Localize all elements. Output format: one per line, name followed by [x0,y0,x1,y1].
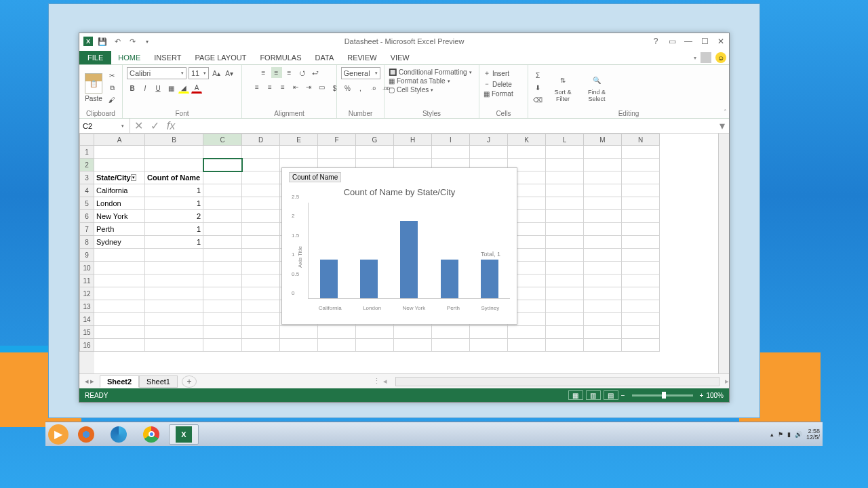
cell[interactable] [203,146,242,159]
delete-cells-button[interactable]: －Delete [484,79,512,89]
cell[interactable] [394,326,432,339]
cell[interactable]: 1 [145,184,203,197]
cell[interactable] [546,171,584,184]
cell[interactable] [203,171,242,184]
cell[interactable] [622,249,660,262]
underline-button[interactable]: U [153,83,163,94]
row-header[interactable]: 1 [79,146,94,159]
close-button[interactable]: ✕ [713,33,729,49]
cell[interactable] [546,146,584,159]
cell[interactable] [584,184,622,197]
insert-cells-button[interactable]: ＋Insert [484,68,509,78]
cell[interactable] [94,300,145,313]
column-header[interactable]: H [394,134,432,146]
bold-button[interactable]: B [127,83,138,94]
cell[interactable] [242,210,280,223]
enter-formula-icon[interactable]: ✓ [146,119,163,132]
copy-icon[interactable]: ⧉ [106,83,117,94]
normal-view-button[interactable]: ▦ [568,390,583,400]
cell[interactable] [622,184,660,197]
row-header[interactable]: 14 [79,313,94,326]
cell[interactable]: State/City ▾ [94,171,145,184]
align-top-icon[interactable]: ≡ [258,67,269,78]
name-box-dropdown-icon[interactable]: ▾ [119,123,127,129]
cell[interactable] [203,262,242,274]
cut-icon[interactable]: ✂ [106,70,117,81]
row-header[interactable]: 16 [79,339,94,352]
cell[interactable] [584,326,622,339]
column-header[interactable]: A [94,134,145,146]
cell[interactable] [242,326,280,339]
save-icon[interactable]: 💾 [97,36,108,47]
decrease-indent-icon[interactable]: ⇤ [290,81,301,92]
row-header[interactable]: 5 [79,197,94,210]
cell[interactable] [584,274,622,287]
cell[interactable] [546,287,584,300]
align-bottom-icon[interactable]: ≡ [284,67,295,78]
cell[interactable] [584,339,622,352]
cell[interactable]: New York [94,210,145,223]
cell[interactable] [546,339,584,352]
cell[interactable] [242,146,280,159]
select-all-corner[interactable] [79,134,94,146]
number-format-select[interactable]: General▾ [341,67,380,79]
cell[interactable] [356,339,394,352]
row-header[interactable]: 10 [79,262,94,274]
row-header[interactable]: 3 [79,171,94,184]
cell-styles-button[interactable]: ▢Cell Styles▾ [389,86,433,94]
cell[interactable] [470,326,508,339]
cell[interactable] [203,223,242,236]
cell[interactable] [94,159,145,171]
cell[interactable]: Count of Name [145,171,203,184]
qat-customize-icon[interactable]: ▾ [142,36,153,47]
cell[interactable] [546,223,584,236]
row-header[interactable]: 4 [79,184,94,197]
cell[interactable] [546,300,584,313]
cell[interactable] [584,171,622,184]
cell[interactable] [242,274,280,287]
row-header[interactable]: 11 [79,274,94,287]
font-size-select[interactable]: 11▾ [189,67,209,79]
cell[interactable] [242,339,280,352]
cell[interactable] [318,326,356,339]
sheet-tab-sheet2[interactable]: Sheet2 [100,375,139,388]
column-header[interactable]: B [145,134,203,146]
cell[interactable] [94,287,145,300]
chart-bar[interactable] [360,260,378,298]
tray-network-icon[interactable]: ▮ [787,431,791,438]
name-box[interactable]: ▾ [79,119,130,133]
zoom-slider[interactable] [632,394,693,396]
align-center-icon[interactable]: ≡ [264,81,275,92]
format-as-table-button[interactable]: ▦Format as Table▾ [389,77,450,85]
cell[interactable] [145,326,203,339]
cell[interactable] [508,339,546,352]
cell[interactable]: Sydney [94,236,145,249]
fill-color-button[interactable]: ◢ [178,83,189,94]
cancel-formula-icon[interactable]: ✕ [130,119,146,132]
cell[interactable] [318,339,356,352]
border-button[interactable]: ▦ [165,83,176,94]
cell[interactable] [432,326,470,339]
cell[interactable] [622,146,660,159]
cell[interactable] [622,287,660,300]
tray-flag-icon[interactable]: ⚑ [778,431,783,438]
cell[interactable] [584,249,622,262]
cell[interactable] [622,326,660,339]
cell[interactable] [145,274,203,287]
increase-indent-icon[interactable]: ⇥ [303,81,314,92]
column-header[interactable]: N [622,134,660,146]
sheet-tab-sheet1[interactable]: Sheet1 [139,375,178,388]
taskbar-ie[interactable] [104,424,134,445]
clear-icon[interactable]: ⌫ [532,95,543,106]
chart-bar[interactable] [441,260,458,298]
cell[interactable] [242,184,280,197]
cell[interactable] [584,262,622,274]
align-right-icon[interactable]: ≡ [277,81,288,92]
cell[interactable] [546,210,584,223]
cell[interactable] [94,326,145,339]
page-layout-view-button[interactable]: ▥ [586,390,601,400]
cell[interactable] [584,197,622,210]
cell[interactable] [203,274,242,287]
cell[interactable] [622,274,660,287]
cell[interactable] [318,146,356,159]
